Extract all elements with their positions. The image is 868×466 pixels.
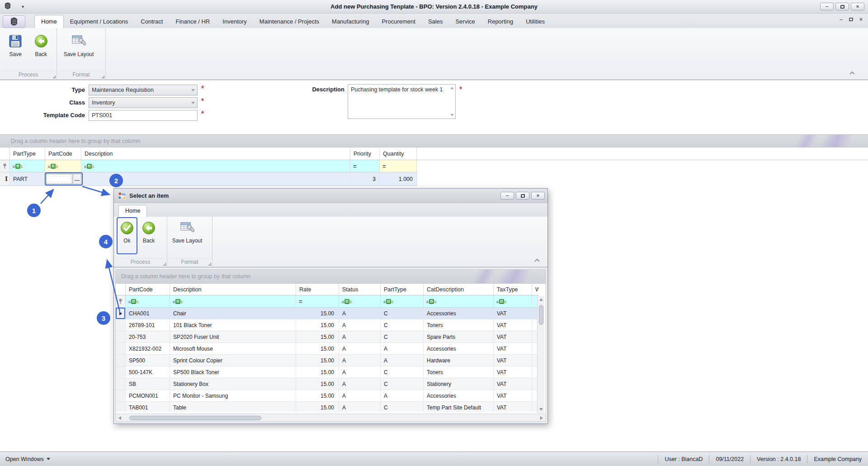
ellipsis-lookup-button[interactable]: …	[73, 174, 81, 184]
parttype-cell[interactable]: C	[381, 402, 424, 412]
catdescription-cell[interactable]: Toners	[424, 366, 494, 378]
taxtype-cell[interactable]: VAT	[494, 402, 532, 412]
column-header[interactable]: PartCode	[45, 147, 81, 160]
column-header[interactable]: We	[532, 284, 538, 295]
dialog-save-layout-button[interactable]: Save Layout	[170, 218, 204, 253]
catdescription-cell[interactable]: Accessories	[424, 308, 494, 319]
partcode-editor[interactable]: …	[45, 172, 83, 185]
table-row[interactable]: CHA001 Chair 15.00 A C Accessories VAT	[116, 308, 538, 319]
menu-tab[interactable]: Utilities	[519, 15, 551, 28]
menu-tab[interactable]: Sales	[422, 15, 449, 28]
dialog-minimize-button[interactable]: –	[500, 192, 514, 200]
scrollbar-thumb[interactable]	[129, 416, 261, 420]
status-cell[interactable]: A	[339, 331, 381, 342]
filter-cell-parttype[interactable]: aBc	[381, 295, 424, 307]
status-cell[interactable]: A	[339, 319, 381, 331]
description-cell[interactable]: 101 Black Toner	[170, 319, 296, 331]
catdescription-cell[interactable]: Stationery	[424, 378, 494, 390]
catdescription-cell[interactable]: Toners	[424, 319, 494, 331]
template-code-input[interactable]: PTS001	[89, 110, 198, 121]
status-cell[interactable]: A	[339, 378, 381, 390]
taxtype-cell[interactable]: VAT	[494, 378, 532, 390]
dialog-close-button[interactable]: ×	[531, 192, 545, 200]
collapse-ribbon-icon[interactable]	[849, 69, 855, 76]
parttype-cell[interactable]: C	[381, 378, 424, 390]
menu-tab[interactable]: Maintenance / Projects	[253, 15, 326, 28]
column-header[interactable]: PartCode	[126, 284, 170, 295]
rate-cell[interactable]: 15.00	[296, 355, 339, 366]
dialog-title-bar[interactable]: Select an item – ×	[114, 189, 547, 203]
scroll-up-icon[interactable]	[539, 298, 543, 301]
vertical-scrollbar[interactable]	[537, 296, 544, 413]
scroll-right-icon[interactable]	[540, 416, 543, 420]
taxtype-cell[interactable]: VAT	[494, 331, 532, 342]
scroll-down-icon[interactable]	[539, 408, 543, 411]
rate-cell[interactable]: 15.00	[296, 366, 339, 378]
filter-cell-taxtype[interactable]: aBc	[494, 295, 532, 307]
table-row[interactable]: PCMON001 PC Monitor - Samsung 15.00 A A …	[116, 390, 538, 402]
column-header[interactable]: Priority	[350, 147, 380, 160]
filter-cell-catdescription[interactable]: aBc	[424, 295, 494, 307]
process-group-launcher-icon[interactable]	[163, 263, 166, 266]
partcode-cell[interactable]: SB	[126, 378, 170, 390]
filter-pin-cell[interactable]	[116, 295, 126, 307]
save-button[interactable]: Save	[3, 30, 28, 67]
description-cell[interactable]: Chair	[170, 308, 296, 319]
catdescription-cell[interactable]: Spare Parts	[424, 331, 494, 342]
filter-cell-quantity[interactable]: =	[380, 160, 417, 172]
taxtype-cell[interactable]: VAT	[494, 319, 532, 331]
parttype-cell[interactable]: C	[381, 319, 424, 331]
mdi-restore-button[interactable]	[849, 18, 853, 21]
partcode-cell[interactable]: X821932-002	[126, 343, 170, 354]
menu-tab[interactable]: Contract	[134, 15, 169, 28]
parttype-cell[interactable]: C	[381, 308, 424, 319]
quantity-cell[interactable]: 1.000	[380, 172, 417, 185]
column-header[interactable]: Rate	[296, 284, 339, 295]
rate-cell[interactable]: 15.00	[296, 319, 339, 331]
partcode-cell[interactable]: 500-147K	[126, 366, 170, 378]
filter-pin-cell[interactable]	[0, 160, 10, 172]
ok-button[interactable]: Ok	[117, 217, 137, 254]
column-header[interactable]: PartType	[381, 284, 424, 295]
taxtype-cell[interactable]: VAT	[494, 355, 532, 366]
column-header[interactable]: CatDescription	[424, 284, 494, 295]
menu-tab[interactable]: Finance / HR	[169, 15, 216, 28]
filter-cell-partcode[interactable]: aBc	[45, 160, 81, 172]
parttype-cell[interactable]: C	[381, 366, 424, 378]
taxtype-cell[interactable]: VAT	[494, 343, 532, 354]
description-cell[interactable]: Sprint Colour Copier	[170, 355, 296, 366]
dialog-back-button[interactable]: Back	[138, 218, 159, 253]
scrollbar-thumb[interactable]	[539, 305, 543, 325]
rate-cell[interactable]: 15.00	[296, 390, 339, 401]
catdescription-cell[interactable]: Hardware	[424, 355, 494, 366]
dialog-tab-home[interactable]: Home	[118, 205, 147, 217]
format-group-launcher-icon[interactable]	[208, 263, 211, 266]
description-cell[interactable]: Stationery Box	[170, 378, 296, 390]
restore-button[interactable]	[835, 3, 849, 10]
filter-cell-priority[interactable]: =	[350, 160, 380, 172]
partcode-cell[interactable]: 26789-101	[126, 319, 170, 331]
collapse-ribbon-icon[interactable]	[534, 257, 540, 263]
table-row[interactable]: SP500 Sprint Colour Copier 15.00 A A Har…	[116, 355, 538, 366]
table-row[interactable]: SB Stationery Box 15.00 A C Stationery V…	[116, 378, 538, 390]
scroll-down-icon[interactable]	[450, 114, 454, 116]
partcode-cell[interactable]: SP500	[126, 355, 170, 366]
filter-cell-parttype[interactable]: aBc	[10, 160, 45, 172]
filter-cell-description[interactable]: aBc	[81, 160, 350, 172]
parttype-cell[interactable]: A	[381, 355, 424, 366]
type-combo[interactable]: Maintenance Requisition	[89, 85, 198, 95]
status-cell[interactable]: A	[339, 366, 381, 378]
rate-cell[interactable]: 15.00	[296, 378, 339, 390]
filter-cell-description[interactable]: aBc	[170, 295, 296, 307]
table-row[interactable]: I PART 3 1.000 …	[0, 172, 417, 186]
table-row[interactable]: 26789-101 101 Black Toner 15.00 A C Tone…	[116, 319, 538, 331]
rate-cell[interactable]: 15.00	[296, 343, 339, 354]
filter-cell-partcode[interactable]: aBc	[126, 295, 170, 307]
column-header[interactable]: Quantity	[380, 147, 417, 160]
description-cell[interactable]: Table	[170, 402, 296, 412]
catdescription-cell[interactable]: Accessories	[424, 343, 494, 354]
table-row[interactable]: X821932-002 Microsoft Mouse 15.00 A A Ac…	[116, 343, 538, 355]
menu-tab[interactable]: Procurement	[375, 15, 421, 28]
description-cell[interactable]: SP500 Black Toner	[170, 366, 296, 378]
menu-tab[interactable]: Equipment / Locations	[64, 15, 135, 28]
